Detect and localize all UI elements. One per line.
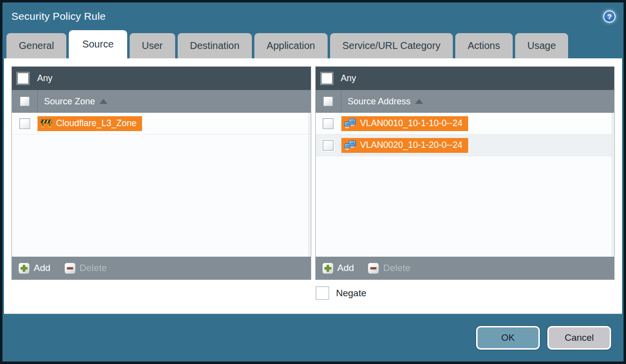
source-zone-header-label-wrap[interactable]: Source Zone xyxy=(38,96,107,107)
row-checkbox[interactable] xyxy=(323,140,334,151)
zone-row-label: Cloudflare_L3_Zone xyxy=(56,118,137,129)
address-row-label: VLAN0010_10-1-10-0--24 xyxy=(360,118,463,129)
negate-cell: Negate xyxy=(314,286,615,300)
delete-button[interactable]: Delete xyxy=(64,263,107,274)
ok-button[interactable]: OK xyxy=(476,326,540,350)
tab-usage[interactable]: Usage xyxy=(515,33,569,58)
source-zone-panel: Any Source Zone xyxy=(11,66,311,280)
source-zone-column-header: Source Zone xyxy=(12,90,311,113)
tab-destination[interactable]: Destination xyxy=(178,33,252,58)
row-checkbox[interactable] xyxy=(323,118,334,129)
network-icon xyxy=(344,119,356,129)
delete-label: Delete xyxy=(383,263,410,273)
dialog-action-bar: OK Cancel xyxy=(2,314,624,362)
minus-icon xyxy=(368,263,379,274)
source-zone-footer: Add Delete xyxy=(12,257,311,279)
source-address-any-label: Any xyxy=(341,73,356,84)
tab-actions[interactable]: Actions xyxy=(455,33,513,58)
source-zone-any-bar: Any xyxy=(12,67,311,90)
help-icon[interactable]: ? xyxy=(603,10,616,23)
delete-label: Delete xyxy=(80,263,107,273)
address-row-label: VLAN0020_10-1-20-0--24 xyxy=(360,140,463,150)
tab-content: Any Source Zone xyxy=(4,58,622,314)
sort-ascending-icon xyxy=(415,99,423,104)
tab-user[interactable]: User xyxy=(130,33,175,58)
plus-icon xyxy=(322,263,334,274)
source-zone-header-label: Source Zone xyxy=(44,96,95,107)
select-all-cell xyxy=(12,90,38,113)
source-zone-select-all-checkbox[interactable] xyxy=(20,96,30,106)
address-value-chip[interactable]: VLAN0010_10-1-10-0--24 xyxy=(341,116,468,131)
source-zone-any-checkbox[interactable] xyxy=(17,73,29,84)
tab-application[interactable]: Application xyxy=(254,33,328,58)
spacer xyxy=(11,286,310,300)
table-row[interactable]: VLAN0010_10-1-10-0--24 xyxy=(316,113,615,135)
zone-value-chip[interactable]: Cloudflare_L3_Zone xyxy=(38,116,142,131)
tab-source[interactable]: Source xyxy=(69,30,127,58)
row-checkbox-cell xyxy=(316,135,341,156)
negate-row: Negate xyxy=(11,286,615,300)
source-address-panel: Any Source Address xyxy=(315,66,615,280)
table-row[interactable]: VLAN0020_10-1-20-0--24 xyxy=(316,135,615,156)
row-checkbox-cell xyxy=(12,113,38,134)
scrollbar-track[interactable] xyxy=(308,113,311,257)
select-all-cell xyxy=(316,90,341,113)
source-address-header-label-wrap[interactable]: Source Address xyxy=(341,96,423,107)
tab-general[interactable]: General xyxy=(6,33,66,58)
sort-ascending-icon xyxy=(99,99,107,104)
add-button[interactable]: Add xyxy=(18,263,50,274)
row-checkbox[interactable] xyxy=(19,118,30,129)
add-label: Add xyxy=(337,263,354,273)
plus-icon xyxy=(18,263,30,274)
row-checkbox-cell xyxy=(316,113,341,134)
source-panels: Any Source Zone xyxy=(11,66,615,280)
negate-checkbox[interactable] xyxy=(316,286,329,300)
zone-icon xyxy=(41,119,52,128)
add-label: Add xyxy=(34,263,50,273)
scrollbar-track[interactable] xyxy=(612,113,614,257)
source-address-list: VLAN0010_10-1-10-0--24 xyxy=(316,113,615,257)
source-address-any-checkbox[interactable] xyxy=(321,73,333,84)
table-row[interactable]: Cloudflare_L3_Zone xyxy=(12,113,311,135)
source-address-footer: Add Delete xyxy=(316,257,615,279)
dialog-titlebar: Security Policy Rule ? xyxy=(2,2,624,30)
tab-service-url-category[interactable]: Service/URL Category xyxy=(330,33,453,58)
tab-bar: General Source User Destination Applicat… xyxy=(2,30,624,58)
source-address-header-label: Source Address xyxy=(348,96,411,107)
source-address-select-all-checkbox[interactable] xyxy=(323,96,333,106)
add-button[interactable]: Add xyxy=(322,263,354,274)
address-value-chip[interactable]: VLAN0020_10-1-20-0--24 xyxy=(341,138,468,153)
negate-label: Negate xyxy=(336,288,366,299)
security-policy-rule-dialog: Security Policy Rule ? General Source Us… xyxy=(0,0,626,364)
network-icon xyxy=(344,140,356,150)
source-zone-list: Cloudflare_L3_Zone xyxy=(12,113,311,257)
delete-button[interactable]: Delete xyxy=(368,263,410,274)
cancel-button[interactable]: Cancel xyxy=(547,326,611,350)
dialog-title: Security Policy Rule xyxy=(11,10,106,22)
source-address-any-bar: Any xyxy=(316,67,615,90)
minus-icon xyxy=(64,263,76,274)
source-zone-any-label: Any xyxy=(37,73,52,84)
source-address-column-header: Source Address xyxy=(316,90,615,113)
